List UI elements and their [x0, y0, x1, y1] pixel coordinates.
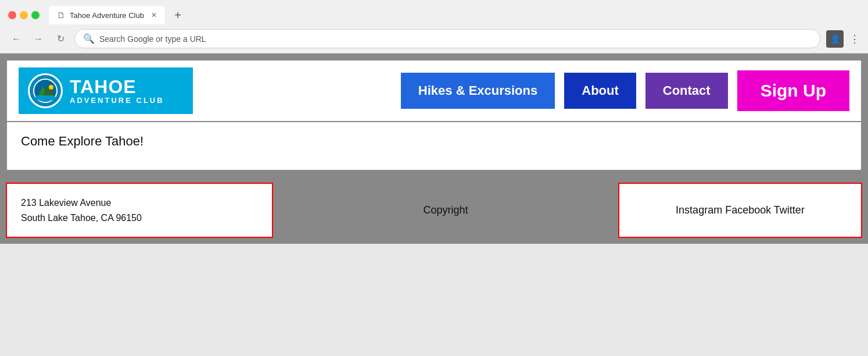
profile-button[interactable]: 👤 — [826, 30, 844, 48]
signup-button[interactable]: Sign Up — [737, 70, 849, 111]
browser-tab[interactable]: 🗋 Tahoe Adventure Club ✕ — [49, 6, 165, 24]
address-line1: 213 Lakeview Avenue — [21, 195, 258, 211]
copyright-text: Copyright — [423, 204, 468, 216]
contact-button[interactable]: Contact — [645, 73, 728, 109]
tab-title: Tahoe Adventure Club — [70, 11, 144, 20]
tab-close-icon[interactable]: ✕ — [151, 11, 157, 19]
tagline: Come Explore Tahoe! — [21, 134, 847, 149]
site-footer: 213 Lakeview Avenue South Lake Tahoe, CA… — [0, 177, 868, 244]
site-header: TAHOE ADVENTURE CLUB Hikes & Excursions … — [7, 60, 861, 122]
footer-copyright: Copyright — [273, 183, 618, 238]
search-input[interactable]: Search Google or type a URL — [99, 34, 206, 44]
maximize-button[interactable] — [31, 11, 40, 19]
logo-icon — [28, 73, 63, 108]
hikes-button[interactable]: Hikes & Excursions — [401, 73, 555, 109]
logo-adventure-club: ADVENTURE CLUB — [70, 96, 164, 105]
minimize-button[interactable] — [20, 11, 28, 19]
back-button[interactable]: ← — [8, 31, 24, 47]
forward-button[interactable]: → — [30, 31, 46, 47]
footer-address: 213 Lakeview Avenue South Lake Tahoe, CA… — [6, 183, 273, 238]
search-icon: 🔍 — [83, 33, 95, 44]
traffic-lights — [8, 11, 40, 19]
close-button[interactable] — [8, 11, 16, 19]
website-wrapper: TAHOE ADVENTURE CLUB Hikes & Excursions … — [0, 54, 868, 177]
website-container: TAHOE ADVENTURE CLUB Hikes & Excursions … — [6, 59, 862, 171]
logo-tahoe: TAHOE — [70, 77, 164, 96]
site-body: Come Explore Tahoe! — [7, 122, 861, 170]
nav-bar: ← → ↻ 🔍 Search Google or type a URL 👤 ⋮ — [0, 24, 868, 53]
logo-text: TAHOE ADVENTURE CLUB — [70, 77, 164, 105]
logo-box: TAHOE ADVENTURE CLUB — [19, 67, 193, 114]
footer-social: Instagram Facebook Twitter — [618, 183, 862, 238]
title-bar: 🗋 Tahoe Adventure Club ✕ + — [0, 0, 868, 24]
about-button[interactable]: About — [564, 73, 636, 109]
address-bar[interactable]: 🔍 Search Google or type a URL — [74, 29, 820, 48]
menu-button[interactable]: ⋮ — [849, 33, 860, 45]
social-links: Instagram Facebook Twitter — [676, 204, 805, 216]
new-tab-button[interactable]: + — [170, 7, 186, 23]
address-line2: South Lake Tahoe, CA 96150 — [21, 211, 258, 226]
tab-page-icon: 🗋 — [57, 10, 65, 20]
nav-links: Hikes & Excursions About Contact Sign Up — [216, 70, 849, 111]
svg-point-4 — [49, 85, 53, 90]
reload-button[interactable]: ↻ — [52, 31, 69, 47]
browser-chrome: 🗋 Tahoe Adventure Club ✕ + ← → ↻ 🔍 Searc… — [0, 0, 868, 54]
